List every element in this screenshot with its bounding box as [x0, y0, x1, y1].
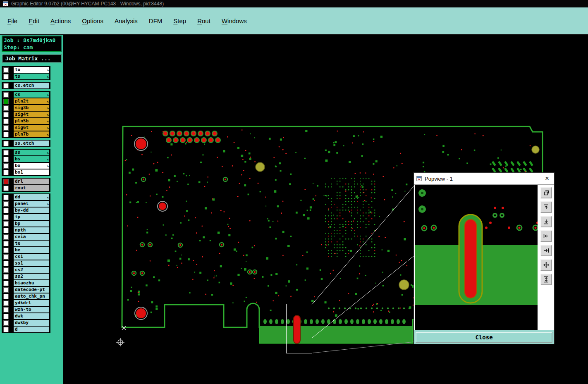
layer-row-ss.etch[interactable]: ss.etch — [2, 140, 50, 147]
layer-name[interactable]: cs↘ — [14, 92, 49, 98]
layer-name[interactable]: by-dd — [14, 208, 49, 213]
layer-row-biaozhu[interactable]: biaozhu — [2, 280, 50, 286]
menu-item-step[interactable]: Step — [173, 17, 186, 24]
layer-visibility-checkbox[interactable] — [3, 307, 9, 312]
layer-name[interactable]: ss2 — [14, 274, 49, 279]
layer-visibility-checkbox[interactable] — [3, 294, 9, 299]
layer-visibility-checkbox[interactable] — [3, 234, 9, 240]
menu-item-analysis[interactable]: Analysis — [115, 17, 138, 24]
layer-visibility-checkbox[interactable] — [3, 274, 9, 279]
layer-row-cvia[interactable]: cvia — [2, 234, 50, 240]
layer-name[interactable]: pln5b↘ — [14, 118, 49, 124]
layer-row-pln5b[interactable]: pln5b↘ — [2, 118, 50, 124]
layer-row-dwkby[interactable]: dwkby — [2, 320, 50, 326]
layer-visibility-checkbox[interactable] — [3, 301, 9, 306]
layer-name[interactable]: cs.etch — [14, 83, 49, 88]
menu-item-dfm[interactable]: DFM — [149, 17, 163, 24]
layer-name[interactable]: sig3b↘ — [14, 105, 49, 111]
layer-visibility-checkbox[interactable] — [3, 281, 9, 286]
layer-visibility-checkbox[interactable] — [3, 228, 9, 233]
layer-visibility-checkbox[interactable] — [3, 163, 9, 169]
layer-row-ydkdrl[interactable]: ydkdrl — [2, 300, 50, 306]
popview-close-button[interactable]: Close — [416, 332, 552, 343]
popview-scroll-up-button[interactable] — [540, 201, 552, 213]
layer-name[interactable]: ydkdrl — [14, 300, 49, 306]
layer-row-sig3b[interactable]: sig3b↘ — [2, 105, 50, 111]
layer-visibility-checkbox[interactable] — [3, 287, 9, 293]
layer-name[interactable]: be — [14, 247, 49, 253]
layer-row-to[interactable]: to↘ — [2, 67, 50, 73]
layer-row-pln2t[interactable]: pln2t↘ — [2, 98, 50, 105]
layer-name[interactable]: rout — [14, 185, 49, 191]
layer-name[interactable]: ss1 — [14, 260, 49, 266]
popview-move-button[interactable] — [540, 259, 552, 271]
job-matrix-button[interactable]: Job Matrix ... — [2, 54, 62, 63]
layer-row-tp[interactable]: tp — [2, 214, 50, 220]
popview-scroll-right-button[interactable] — [540, 245, 552, 256]
layer-row-bs[interactable]: bs↘ — [2, 156, 50, 162]
layer-name[interactable]: npth — [14, 227, 49, 233]
layer-row-drl[interactable]: drl — [2, 178, 50, 185]
layer-visibility-checkbox[interactable] — [3, 99, 9, 104]
layer-visibility-checkbox[interactable] — [3, 157, 9, 162]
layer-row-pln7b[interactable]: pln7b↘ — [2, 131, 50, 138]
layer-visibility-checkbox[interactable] — [3, 314, 9, 319]
popview-scroll-left-button[interactable] — [540, 230, 552, 242]
layer-row-sig6t[interactable]: sig6t↘ — [2, 124, 50, 131]
layer-row-ss2[interactable]: ss2 — [2, 273, 50, 280]
layer-name[interactable]: wzh-to — [14, 307, 49, 312]
layer-row-dd[interactable]: dd↘ — [2, 194, 50, 200]
menu-item-actions[interactable]: Actions — [50, 17, 71, 24]
layer-row-be[interactable]: be — [2, 247, 50, 253]
layer-row-te[interactable]: te — [2, 240, 50, 247]
layer-visibility-checkbox[interactable] — [3, 170, 9, 175]
layer-row-ts[interactable]: ts↘ — [2, 73, 50, 80]
layer-row-rout[interactable]: rout — [2, 185, 50, 191]
layer-visibility-checkbox[interactable] — [3, 241, 9, 246]
layer-visibility-checkbox[interactable] — [3, 195, 9, 200]
layer-row-bp[interactable]: bp — [2, 220, 50, 227]
layer-row-ss1[interactable]: ss1 — [2, 260, 50, 267]
popview-viewport[interactable] — [415, 185, 538, 330]
layer-visibility-checkbox[interactable] — [3, 74, 9, 79]
layer-row-sig4t[interactable]: sig4t↘ — [2, 111, 50, 118]
layer-name[interactable]: te — [14, 241, 49, 246]
layer-name[interactable]: panel↘ — [14, 201, 49, 207]
layer-visibility-checkbox[interactable] — [3, 248, 9, 253]
layer-visibility-checkbox[interactable] — [3, 150, 9, 155]
layer-row-datecode-pt[interactable]: datecode-pt — [2, 286, 50, 293]
layer-name[interactable]: bo1 — [14, 169, 49, 175]
layer-row-bo1[interactable]: bo1 — [2, 169, 50, 176]
layer-visibility-checkbox[interactable] — [3, 186, 9, 191]
layer-row-cs[interactable]: cs↘ — [2, 91, 50, 98]
layer-visibility-checkbox[interactable] — [3, 267, 9, 273]
layer-visibility-checkbox[interactable] — [3, 92, 9, 98]
layer-name[interactable]: pln7b↘ — [14, 131, 49, 137]
layer-visibility-checkbox[interactable] — [3, 141, 9, 146]
layer-row-d[interactable]: d — [2, 326, 50, 333]
layer-visibility-checkbox[interactable] — [3, 201, 9, 207]
layer-row-cs1[interactable]: cs1 — [2, 253, 50, 260]
layer-visibility-checkbox[interactable] — [3, 261, 9, 266]
layer-name[interactable]: tp — [14, 214, 49, 220]
layer-name[interactable]: sig6t↘ — [14, 125, 49, 131]
layer-name[interactable]: datecode-pt — [14, 287, 49, 293]
layer-visibility-checkbox[interactable] — [3, 119, 9, 124]
layer-visibility-checkbox[interactable] — [3, 132, 9, 137]
layer-row-auto_chk_pn[interactable]: auto_chk_pn — [2, 293, 50, 300]
layer-name[interactable]: dwk — [14, 313, 49, 319]
layer-visibility-checkbox[interactable] — [3, 67, 9, 73]
layer-name[interactable]: dd↘ — [14, 194, 49, 200]
layer-visibility-checkbox[interactable] — [3, 179, 9, 184]
layer-name[interactable]: bo↘ — [14, 163, 49, 169]
layer-row-cs2[interactable]: cs2 — [2, 267, 50, 273]
layer-name[interactable]: ss↘ — [14, 150, 49, 155]
menu-item-edit[interactable]: Edit — [29, 17, 39, 24]
layer-visibility-checkbox[interactable] — [3, 208, 9, 213]
layer-visibility-checkbox[interactable] — [3, 215, 9, 220]
menu-item-rout[interactable]: Rout — [197, 17, 210, 24]
layer-visibility-checkbox[interactable] — [3, 83, 9, 88]
menu-item-file[interactable]: File — [7, 17, 17, 24]
layer-name[interactable]: drl — [14, 179, 49, 184]
layer-visibility-checkbox[interactable] — [3, 221, 9, 227]
